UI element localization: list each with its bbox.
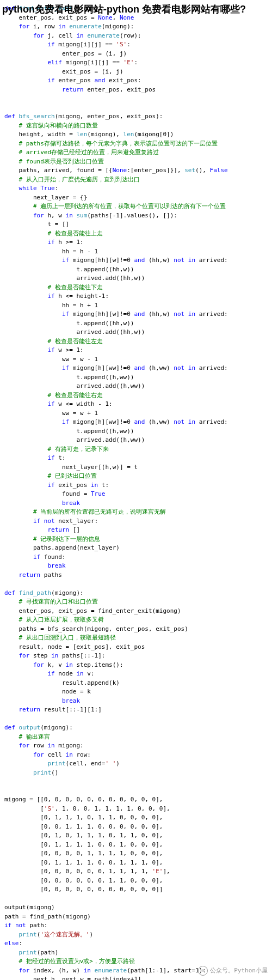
footer-attribution: ⊙ 公众号。Python小屋 (198, 966, 268, 976)
footer-text: 公众号。Python小屋 (210, 966, 268, 976)
code-block: def find_enter_exit(migong): enter_pos, … (4, 4, 268, 980)
wechat-icon: ⊙ (198, 966, 208, 976)
overlay-title: python免费看电影网站-python 免费看电影网站有哪些? (2, 2, 246, 17)
